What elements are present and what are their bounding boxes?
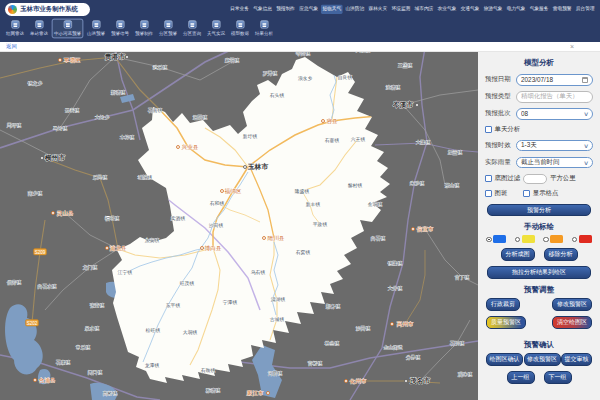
- tool-item-3[interactable]: 山洪预警: [85, 19, 108, 38]
- tool-item-5[interactable]: 预警制作: [133, 19, 156, 38]
- breadcrumb-strip: 返回 ×: [0, 42, 600, 52]
- logo-icon: [8, 5, 17, 14]
- tool-item-2[interactable]: 中小河流预警: [52, 19, 84, 38]
- nav-item-7[interactable]: 环境监测: [390, 4, 412, 13]
- nav-item-0[interactable]: 日常业务: [229, 4, 251, 13]
- analysis-to-map-button[interactable]: 分析成图: [501, 248, 535, 261]
- svg-text:镇隆镇: 镇隆镇: [387, 260, 403, 266]
- tool-item-6[interactable]: 分区预警: [157, 19, 180, 38]
- tool-item-0[interactable]: 组网雷达: [4, 19, 27, 38]
- tool-item-8[interactable]: 天气实况: [205, 19, 228, 38]
- modify-warning2-button[interactable]: 修改预警区: [524, 353, 561, 366]
- modify-warning-button[interactable]: 修改预警区: [552, 298, 592, 311]
- grid-checkbox[interactable]: [523, 190, 530, 197]
- next-group-button[interactable]: 下一组: [544, 371, 572, 384]
- patch-label: 图斑: [495, 189, 508, 198]
- tool-icon: [260, 20, 268, 28]
- nav-item-14[interactable]: 雷电预警: [551, 4, 573, 13]
- svg-text:松旺镇: 松旺镇: [145, 328, 161, 333]
- svg-text:龙门镇: 龙门镇: [83, 264, 98, 270]
- chevron-down-icon: ∨: [583, 159, 589, 166]
- quality-warning-button[interactable]: 质量预警区: [486, 316, 526, 329]
- svg-text:石窝镇: 石窝镇: [296, 249, 311, 255]
- svg-text:石鼓镇: 石鼓镇: [450, 340, 465, 346]
- tool-icon: [35, 20, 43, 28]
- close-icon[interactable]: ×: [570, 44, 574, 50]
- svg-text:信宜市: 信宜市: [417, 226, 434, 233]
- nav-item-9[interactable]: 农业气象: [436, 4, 458, 13]
- prev-group-button[interactable]: 上一组: [507, 371, 535, 384]
- color-option-3[interactable]: [572, 235, 592, 243]
- single-day-checkbox[interactable]: [485, 126, 492, 133]
- map-canvas[interactable]: S209S202镇龙乡武乐镇新塘镇云表镇大岭乡石南镇洛阳镇马岭镇周圩镇木梓镇乐民…: [0, 52, 478, 400]
- nav-item-5[interactable]: 山洪防治: [344, 4, 366, 13]
- color-option-0[interactable]: [486, 235, 506, 243]
- svg-text:S209: S209: [35, 250, 46, 255]
- analyze-button[interactable]: 预警分析: [487, 204, 591, 217]
- canvas-confirm-button[interactable]: 绘图区确认: [486, 353, 523, 366]
- nav-item-2[interactable]: 预报制作: [275, 4, 297, 13]
- svg-text:覃塘区: 覃塘区: [64, 57, 81, 64]
- filter-checkbox[interactable]: [485, 175, 492, 182]
- clear-canvas-button[interactable]: 清空绘图区: [552, 316, 592, 329]
- svg-text:武乐镇: 武乐镇: [153, 65, 168, 70]
- svg-text:灵山县: 灵山县: [57, 210, 74, 217]
- svg-text:永安镇: 永安镇: [145, 237, 160, 243]
- color-option-1[interactable]: [515, 235, 535, 243]
- calendar-icon: [582, 77, 588, 83]
- grid-label: 显示格点: [533, 189, 559, 198]
- filter-unit: 平方公里: [550, 174, 576, 183]
- svg-text:玉林市: 玉林市: [248, 162, 269, 171]
- nav-item-3[interactable]: 应急气象: [298, 4, 320, 13]
- tool-item-7[interactable]: 分区查询: [181, 19, 204, 38]
- area-input[interactable]: [523, 174, 547, 184]
- nav-item-10[interactable]: 交通气象: [459, 4, 481, 13]
- svg-text:石头镇: 石头镇: [270, 92, 285, 98]
- tool-icon: [11, 20, 19, 28]
- nav-item-4[interactable]: 短临天气: [321, 4, 343, 13]
- svg-text:朱砂镇: 朱砂镇: [410, 181, 425, 186]
- svg-text:三堡镇: 三堡镇: [398, 62, 413, 68]
- nav-item-12[interactable]: 电力气象: [505, 4, 527, 13]
- svg-text:茂名市: 茂名市: [409, 376, 431, 385]
- color-option-2[interactable]: [543, 235, 563, 243]
- svg-text:大坡镇: 大坡镇: [356, 52, 371, 53]
- svg-text:马岭镇: 马岭镇: [53, 126, 68, 131]
- date-label: 预报日期: [485, 75, 516, 84]
- nav-item-13[interactable]: 气象服务: [528, 4, 550, 13]
- tool-icon: [236, 20, 244, 28]
- tool-item-9[interactable]: 模型数据: [229, 19, 252, 38]
- panel-title: 模型分析: [485, 58, 593, 67]
- validity-select[interactable]: 1-3天∨: [516, 140, 593, 152]
- nav-item-15[interactable]: 后台管理: [574, 4, 596, 13]
- back-link[interactable]: 返回: [6, 42, 17, 50]
- drag-result-button[interactable]: 拖拉分析结果到绘区: [487, 266, 591, 279]
- svg-text:兴业县: 兴业县: [182, 144, 199, 150]
- type-input[interactable]: 精细化报告（单天）: [516, 91, 593, 103]
- batch-select[interactable]: 08∨: [516, 108, 593, 120]
- adjust-title: 预警调整: [485, 285, 593, 294]
- remove-analysis-button[interactable]: 移除分析: [544, 248, 578, 261]
- filter-label: 底图过滤: [495, 174, 521, 183]
- svg-text:石颈镇: 石颈镇: [201, 367, 216, 373]
- nav-item-11[interactable]: 旅游气象: [482, 4, 504, 13]
- tool-item-1[interactable]: 单站雷达: [28, 19, 51, 38]
- svg-text:南乡镇: 南乡镇: [28, 190, 43, 196]
- type-label: 预报类型: [485, 92, 516, 101]
- svg-text:泉水镇: 泉水镇: [85, 326, 100, 331]
- nav-item-6[interactable]: 森林火灾: [367, 4, 389, 13]
- nav-item-8[interactable]: 城市内涝: [413, 4, 435, 13]
- submit-review-button[interactable]: 提交审核: [561, 353, 592, 366]
- nav-item-1[interactable]: 气象信息: [252, 4, 274, 13]
- tool-item-4[interactable]: 预警信号: [109, 19, 132, 38]
- svg-text:高桥镇: 高桥镇: [103, 390, 118, 396]
- tool-item-10[interactable]: 结果分析: [253, 19, 276, 38]
- manual-title: 手动标绘: [485, 222, 593, 231]
- patch-checkbox[interactable]: [485, 190, 492, 197]
- svg-text:云表镇: 云表镇: [65, 108, 80, 113]
- chevron-down-icon: ∨: [583, 110, 589, 117]
- admin-clip-button[interactable]: 行政裁剪: [486, 298, 520, 311]
- date-input[interactable]: 2023/07/18: [516, 74, 593, 86]
- single-day-label: 单天分析: [495, 125, 521, 134]
- rain-select[interactable]: 截止当前时间∨: [516, 157, 593, 169]
